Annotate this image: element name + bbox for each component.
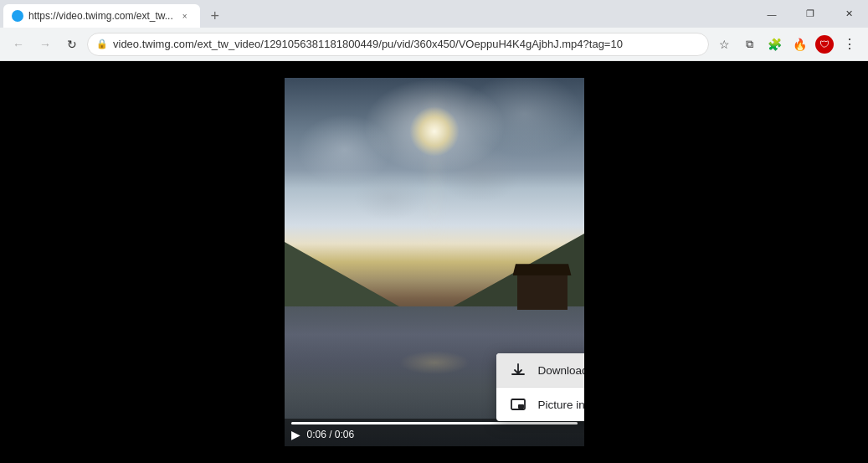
- svg-rect-2: [518, 404, 524, 409]
- svg-point-0: [13, 12, 22, 20]
- window-controls: — ❐ ✕: [752, 0, 868, 28]
- play-button[interactable]: ▶: [291, 428, 300, 441]
- progress-bar-fill: [291, 422, 578, 424]
- video-container[interactable]: ▶ 0:06 / 0:06 Download: [285, 78, 584, 446]
- flame-button[interactable]: 🔥: [788, 33, 811, 56]
- time-display: 0:06 / 0:06: [307, 429, 355, 440]
- star-button[interactable]: ☆: [712, 33, 736, 56]
- page-content: ▶ 0:06 / 0:06 Download: [0, 61, 868, 463]
- maximize-button[interactable]: ❐: [791, 0, 829, 28]
- shield-icon: 🛡: [815, 35, 834, 54]
- address-bar: ← → ↻ 🔒 video.twimg.com/ext_tw_video/129…: [0, 28, 868, 61]
- tab-title: https://video.twimg.com/ext_tw...: [28, 10, 173, 22]
- puzzle-icon: 🧩: [768, 38, 782, 51]
- sun-glow: [409, 106, 460, 157]
- flame-icon: 🔥: [793, 38, 807, 51]
- minimize-button[interactable]: —: [752, 0, 791, 28]
- extensions-icon: ⧉: [746, 38, 753, 51]
- pip-label: Picture in picture: [538, 399, 584, 411]
- close-button[interactable]: ✕: [829, 0, 868, 28]
- download-menu-item[interactable]: Download: [496, 353, 584, 387]
- building: [517, 272, 568, 310]
- download-icon: [510, 362, 526, 378]
- pip-icon: [510, 396, 526, 413]
- tab-area: https://video.twimg.com/ext_tw... × +: [0, 0, 227, 28]
- download-label: Download: [538, 364, 584, 377]
- pip-menu-item[interactable]: Picture in picture: [496, 388, 584, 421]
- refresh-button[interactable]: ↻: [60, 33, 84, 56]
- menu-button[interactable]: ⋮: [838, 33, 861, 56]
- tab-close-button[interactable]: ×: [178, 9, 192, 23]
- tab-favicon: [12, 10, 23, 22]
- forward-button[interactable]: →: [33, 33, 57, 56]
- star-icon: ☆: [719, 38, 730, 51]
- back-button[interactable]: ←: [7, 33, 30, 56]
- puzzle-button[interactable]: 🧩: [763, 33, 786, 56]
- menu-icon: ⋮: [843, 36, 857, 52]
- controls-row: ▶ 0:06 / 0:06: [291, 428, 578, 441]
- extensions-button[interactable]: ⧉: [737, 33, 761, 56]
- shield-button[interactable]: 🛡: [813, 33, 836, 56]
- active-tab[interactable]: https://video.twimg.com/ext_tw... ×: [3, 4, 200, 28]
- video-controls: ▶ 0:06 / 0:06: [285, 419, 584, 446]
- title-bar: https://video.twimg.com/ext_tw... × + — …: [0, 0, 868, 28]
- url-bar[interactable]: 🔒 video.twimg.com/ext_tw_video/129105638…: [87, 33, 709, 56]
- context-menu: Download Picture in picture: [496, 353, 584, 421]
- building-roof: [513, 264, 572, 275]
- new-tab-button[interactable]: +: [203, 4, 227, 28]
- toolbar-right: ☆ ⧉ 🧩 🔥 🛡 ⋮: [712, 33, 861, 56]
- progress-bar-container[interactable]: [291, 422, 578, 424]
- url-text: video.twimg.com/ext_tw_video/12910563811…: [113, 38, 700, 50]
- lock-icon: 🔒: [96, 39, 108, 49]
